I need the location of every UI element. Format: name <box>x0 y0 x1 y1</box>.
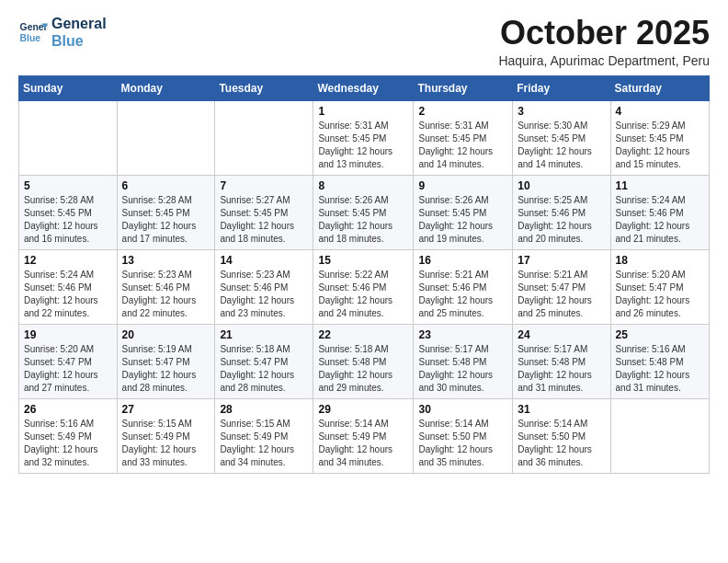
day-info: Sunrise: 5:22 AMSunset: 5:46 PMDaylight:… <box>318 269 408 320</box>
calendar-cell <box>610 398 709 473</box>
weekday-header-monday: Monday <box>117 75 215 100</box>
day-info: Sunrise: 5:20 AMSunset: 5:47 PMDaylight:… <box>24 343 112 395</box>
calendar-cell: 20Sunrise: 5:19 AMSunset: 5:47 PMDayligh… <box>117 324 215 398</box>
day-info: Sunrise: 5:30 AMSunset: 5:45 PMDaylight:… <box>518 120 605 171</box>
day-number: 3 <box>518 105 605 118</box>
day-number: 21 <box>220 328 308 341</box>
calendar-cell: 12Sunrise: 5:24 AMSunset: 5:46 PMDayligh… <box>19 249 118 324</box>
day-info: Sunrise: 5:14 AMSunset: 5:49 PMDaylight:… <box>318 418 408 469</box>
weekday-header-tuesday: Tuesday <box>215 75 313 100</box>
day-info: Sunrise: 5:31 AMSunset: 5:45 PMDaylight:… <box>318 120 408 171</box>
day-number: 13 <box>122 254 210 267</box>
subtitle: Haquira, Apurimac Department, Peru <box>498 53 710 68</box>
calendar-cell: 1Sunrise: 5:31 AMSunset: 5:45 PMDaylight… <box>313 100 414 175</box>
month-title: October 2025 <box>498 15 710 52</box>
day-number: 17 <box>518 254 605 267</box>
logo-general: General <box>51 15 107 32</box>
calendar-cell: 8Sunrise: 5:26 AMSunset: 5:45 PMDaylight… <box>313 175 414 249</box>
day-info: Sunrise: 5:29 AMSunset: 5:45 PMDaylight:… <box>616 120 704 171</box>
calendar-cell: 5Sunrise: 5:28 AMSunset: 5:45 PMDaylight… <box>19 175 118 249</box>
day-info: Sunrise: 5:21 AMSunset: 5:47 PMDaylight:… <box>518 269 605 320</box>
calendar-cell <box>117 100 215 175</box>
calendar-week-4: 19Sunrise: 5:20 AMSunset: 5:47 PMDayligh… <box>19 324 710 398</box>
day-number: 15 <box>318 254 408 267</box>
calendar-cell: 23Sunrise: 5:17 AMSunset: 5:48 PMDayligh… <box>414 324 513 398</box>
day-number: 2 <box>418 105 507 118</box>
calendar-cell: 14Sunrise: 5:23 AMSunset: 5:46 PMDayligh… <box>215 249 313 324</box>
page: General Blue General Blue October 2025 H… <box>0 0 728 563</box>
calendar-cell: 17Sunrise: 5:21 AMSunset: 5:47 PMDayligh… <box>513 249 610 324</box>
day-info: Sunrise: 5:17 AMSunset: 5:48 PMDaylight:… <box>518 343 605 395</box>
weekday-header-wednesday: Wednesday <box>313 75 414 100</box>
calendar-cell: 22Sunrise: 5:18 AMSunset: 5:48 PMDayligh… <box>313 324 414 398</box>
day-number: 23 <box>418 328 507 341</box>
day-info: Sunrise: 5:23 AMSunset: 5:46 PMDaylight:… <box>220 269 308 320</box>
day-info: Sunrise: 5:19 AMSunset: 5:47 PMDaylight:… <box>122 343 210 395</box>
calendar-cell: 6Sunrise: 5:28 AMSunset: 5:45 PMDaylight… <box>117 175 215 249</box>
logo-icon: General Blue <box>18 17 48 47</box>
calendar-cell: 19Sunrise: 5:20 AMSunset: 5:47 PMDayligh… <box>19 324 118 398</box>
calendar-week-2: 5Sunrise: 5:28 AMSunset: 5:45 PMDaylight… <box>19 175 710 249</box>
calendar-cell: 27Sunrise: 5:15 AMSunset: 5:49 PMDayligh… <box>117 398 215 473</box>
day-info: Sunrise: 5:31 AMSunset: 5:45 PMDaylight:… <box>418 120 507 171</box>
day-info: Sunrise: 5:28 AMSunset: 5:45 PMDaylight:… <box>24 194 112 246</box>
weekday-header-thursday: Thursday <box>414 75 513 100</box>
calendar-week-1: 1Sunrise: 5:31 AMSunset: 5:45 PMDaylight… <box>19 100 710 175</box>
day-number: 31 <box>518 403 605 416</box>
day-number: 19 <box>24 328 112 341</box>
logo-blue: Blue <box>51 32 107 50</box>
calendar-cell <box>215 100 313 175</box>
calendar-cell: 30Sunrise: 5:14 AMSunset: 5:50 PMDayligh… <box>414 398 513 473</box>
weekday-header-friday: Friday <box>513 75 610 100</box>
calendar-cell: 15Sunrise: 5:22 AMSunset: 5:46 PMDayligh… <box>313 249 414 324</box>
day-number: 8 <box>318 179 408 192</box>
day-info: Sunrise: 5:24 AMSunset: 5:46 PMDaylight:… <box>616 194 704 246</box>
day-number: 30 <box>418 403 507 416</box>
day-number: 7 <box>220 179 308 192</box>
day-number: 22 <box>318 328 408 341</box>
day-info: Sunrise: 5:21 AMSunset: 5:46 PMDaylight:… <box>418 269 507 320</box>
day-number: 20 <box>122 328 210 341</box>
calendar-cell: 9Sunrise: 5:26 AMSunset: 5:45 PMDaylight… <box>414 175 513 249</box>
calendar-cell: 26Sunrise: 5:16 AMSunset: 5:49 PMDayligh… <box>19 398 118 473</box>
day-info: Sunrise: 5:28 AMSunset: 5:45 PMDaylight:… <box>122 194 210 246</box>
header: General Blue General Blue October 2025 H… <box>18 15 710 68</box>
calendar-cell: 7Sunrise: 5:27 AMSunset: 5:45 PMDaylight… <box>215 175 313 249</box>
day-info: Sunrise: 5:27 AMSunset: 5:45 PMDaylight:… <box>220 194 308 246</box>
day-info: Sunrise: 5:26 AMSunset: 5:45 PMDaylight:… <box>318 194 408 246</box>
calendar-header-row: SundayMondayTuesdayWednesdayThursdayFrid… <box>19 75 710 100</box>
day-info: Sunrise: 5:25 AMSunset: 5:46 PMDaylight:… <box>518 194 605 246</box>
svg-text:Blue: Blue <box>20 33 41 43</box>
day-number: 24 <box>518 328 605 341</box>
day-info: Sunrise: 5:15 AMSunset: 5:49 PMDaylight:… <box>220 418 308 469</box>
day-info: Sunrise: 5:18 AMSunset: 5:48 PMDaylight:… <box>318 343 408 395</box>
day-number: 26 <box>24 403 112 416</box>
day-number: 5 <box>24 179 112 192</box>
day-number: 18 <box>616 254 704 267</box>
calendar-week-5: 26Sunrise: 5:16 AMSunset: 5:49 PMDayligh… <box>19 398 710 473</box>
day-number: 11 <box>616 179 704 192</box>
day-number: 29 <box>318 403 408 416</box>
day-info: Sunrise: 5:16 AMSunset: 5:48 PMDaylight:… <box>616 343 704 395</box>
calendar-cell: 29Sunrise: 5:14 AMSunset: 5:49 PMDayligh… <box>313 398 414 473</box>
day-info: Sunrise: 5:15 AMSunset: 5:49 PMDaylight:… <box>122 418 210 469</box>
calendar-cell: 24Sunrise: 5:17 AMSunset: 5:48 PMDayligh… <box>513 324 610 398</box>
day-number: 12 <box>24 254 112 267</box>
calendar-cell: 28Sunrise: 5:15 AMSunset: 5:49 PMDayligh… <box>215 398 313 473</box>
day-info: Sunrise: 5:23 AMSunset: 5:46 PMDaylight:… <box>122 269 210 320</box>
calendar-cell: 2Sunrise: 5:31 AMSunset: 5:45 PMDaylight… <box>414 100 513 175</box>
day-number: 28 <box>220 403 308 416</box>
day-number: 10 <box>518 179 605 192</box>
calendar-cell: 31Sunrise: 5:14 AMSunset: 5:50 PMDayligh… <box>513 398 610 473</box>
logo: General Blue General Blue <box>18 15 107 50</box>
calendar-cell: 10Sunrise: 5:25 AMSunset: 5:46 PMDayligh… <box>513 175 610 249</box>
day-number: 1 <box>318 105 408 118</box>
calendar-cell: 21Sunrise: 5:18 AMSunset: 5:47 PMDayligh… <box>215 324 313 398</box>
day-info: Sunrise: 5:17 AMSunset: 5:48 PMDaylight:… <box>418 343 507 395</box>
day-number: 25 <box>616 328 704 341</box>
weekday-header-sunday: Sunday <box>19 75 118 100</box>
calendar-table: SundayMondayTuesdayWednesdayThursdayFrid… <box>18 75 710 474</box>
calendar-cell <box>19 100 118 175</box>
day-info: Sunrise: 5:18 AMSunset: 5:47 PMDaylight:… <box>220 343 308 395</box>
calendar-week-3: 12Sunrise: 5:24 AMSunset: 5:46 PMDayligh… <box>19 249 710 324</box>
